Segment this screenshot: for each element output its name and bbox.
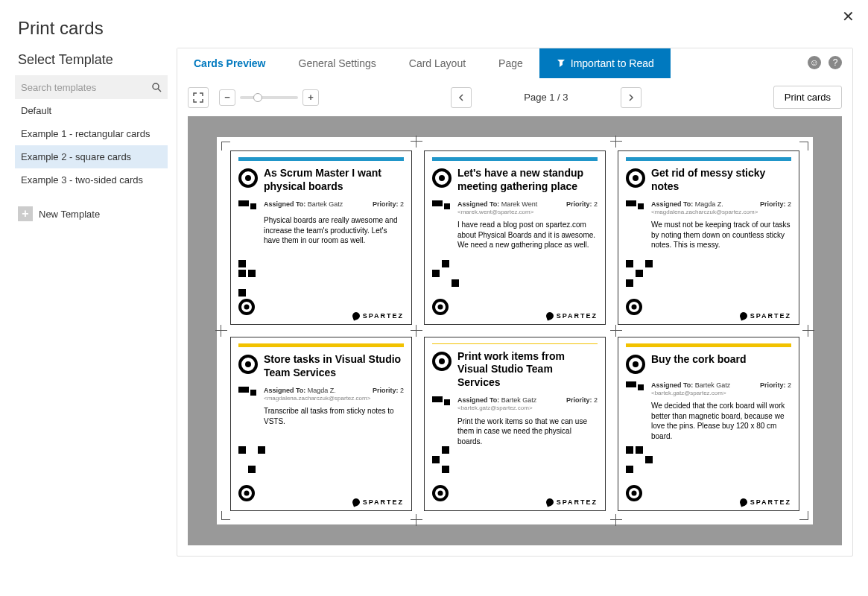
crop-mark bbox=[221, 511, 230, 520]
card-body: Print the work items so that we can use … bbox=[457, 416, 598, 447]
zoom-out-button[interactable]: − bbox=[219, 89, 235, 106]
brand-label: SPARTEZ bbox=[546, 312, 598, 320]
brand-label: SPARTEZ bbox=[352, 312, 404, 320]
person-icon bbox=[432, 396, 452, 407]
close-button[interactable]: ✕ bbox=[842, 7, 855, 25]
qr-code bbox=[626, 446, 791, 501]
person-icon bbox=[432, 200, 452, 211]
help-icon[interactable]: ? bbox=[829, 56, 842, 69]
card-title: Let's have a new standup meeting gatheri… bbox=[457, 167, 598, 193]
target-icon bbox=[432, 352, 452, 371]
card-color-bar bbox=[626, 343, 791, 347]
template-item[interactable]: Example 3 - two-sided cards bbox=[15, 168, 168, 191]
smiley-icon[interactable]: ☺ bbox=[808, 56, 821, 69]
crop-mark bbox=[411, 325, 422, 337]
print-card: Buy the cork boardAssigned To: Bartek Ga… bbox=[618, 337, 799, 511]
crop-mark bbox=[610, 325, 622, 337]
svg-point-0 bbox=[153, 83, 159, 89]
card-body: I have read a blog post on spartez.com a… bbox=[457, 220, 598, 250]
main-panel: Cards PreviewGeneral SettingsCard Layout… bbox=[177, 48, 853, 557]
card-title: Buy the cork board bbox=[651, 353, 791, 367]
toolbar: − + Page 1 / 3 Print cards bbox=[177, 78, 852, 116]
brand-label: SPARTEZ bbox=[740, 312, 791, 320]
tab-page[interactable]: Page bbox=[482, 48, 539, 78]
qr-code bbox=[238, 260, 404, 315]
crop-mark bbox=[411, 514, 422, 526]
brand-icon bbox=[738, 498, 748, 507]
new-template-label: New Template bbox=[39, 209, 100, 220]
card-body: We decided that the cork board will work… bbox=[651, 401, 791, 441]
target-icon bbox=[238, 168, 258, 188]
brand-icon bbox=[738, 311, 748, 321]
qr-code bbox=[432, 260, 598, 315]
person-icon bbox=[238, 200, 258, 211]
crop-mark bbox=[411, 136, 422, 148]
template-item[interactable]: Example 1 - rectangular cards bbox=[15, 122, 168, 145]
search-input[interactable] bbox=[21, 82, 151, 93]
card-title: Get rid of messy sticky notes bbox=[651, 167, 791, 193]
zoom-slider[interactable] bbox=[240, 96, 298, 99]
fullscreen-button[interactable] bbox=[188, 87, 209, 108]
sidebar: Select Template DefaultExample 1 - recta… bbox=[15, 48, 168, 557]
crop-mark bbox=[799, 142, 808, 150]
print-card: Let's have a new standup meeting gatheri… bbox=[424, 150, 606, 325]
print-card: Store tasks in Visual Studio Team Servic… bbox=[230, 337, 412, 511]
brand-label: SPARTEZ bbox=[546, 498, 598, 506]
crop-mark bbox=[799, 511, 808, 520]
person-icon bbox=[626, 381, 645, 392]
card-color-bar bbox=[432, 157, 598, 161]
search-wrap bbox=[15, 75, 168, 99]
target-icon bbox=[626, 168, 645, 188]
qr-code bbox=[626, 260, 791, 315]
tab-card-layout[interactable]: Card Layout bbox=[393, 48, 482, 78]
brand-icon bbox=[545, 498, 554, 507]
brand-icon bbox=[351, 498, 361, 507]
svg-line-1 bbox=[158, 89, 161, 92]
tab-general-settings[interactable]: General Settings bbox=[282, 48, 393, 78]
target-icon bbox=[626, 355, 645, 374]
template-item[interactable]: Default bbox=[15, 99, 168, 122]
tab-cards-preview[interactable]: Cards Preview bbox=[177, 48, 282, 78]
brand-label: SPARTEZ bbox=[740, 498, 791, 506]
qr-code bbox=[432, 446, 598, 501]
crop-mark bbox=[221, 142, 230, 150]
card-color-bar bbox=[432, 343, 598, 344]
crop-mark bbox=[802, 325, 814, 337]
tab-important-to-read[interactable]: Important to Read bbox=[539, 48, 671, 78]
print-button[interactable]: Print cards bbox=[773, 86, 842, 109]
card-body: Physical boards are really awesome and i… bbox=[264, 215, 404, 246]
search-icon bbox=[151, 82, 162, 92]
print-card: Print work items from Visual Studio Team… bbox=[424, 337, 606, 511]
template-item[interactable]: Example 2 - square cards bbox=[15, 145, 168, 168]
card-title: As Scrum Master I want physical boards bbox=[264, 167, 404, 193]
card-body: We must not be keeping track of our task… bbox=[651, 220, 791, 250]
page-indicator: Page 1 / 3 bbox=[524, 92, 568, 103]
card-title: Store tasks in Visual Studio Team Servic… bbox=[264, 353, 404, 379]
qr-code bbox=[238, 446, 404, 501]
crop-mark bbox=[610, 514, 622, 526]
next-page-button[interactable] bbox=[621, 87, 642, 108]
preview-page: As Scrum Master I want physical boardsAs… bbox=[217, 137, 813, 524]
new-template-button[interactable]: + New Template bbox=[15, 200, 168, 227]
modal-title: Print cards bbox=[0, 0, 868, 48]
zoom-in-button[interactable]: + bbox=[302, 89, 319, 106]
target-icon bbox=[432, 168, 452, 188]
card-color-bar bbox=[626, 157, 791, 161]
plus-icon: + bbox=[18, 206, 33, 221]
card-body: Transcribe all tasks from sticky notes t… bbox=[264, 406, 404, 426]
sidebar-title: Select Template bbox=[15, 48, 168, 75]
print-card: As Scrum Master I want physical boardsAs… bbox=[230, 150, 412, 325]
crop-mark bbox=[610, 136, 622, 148]
preview-canvas: As Scrum Master I want physical boardsAs… bbox=[188, 116, 842, 545]
person-icon bbox=[626, 200, 645, 211]
print-card: Get rid of messy sticky notesAssigned To… bbox=[618, 150, 799, 325]
crop-mark bbox=[215, 325, 227, 337]
brand-icon bbox=[351, 311, 361, 321]
person-icon bbox=[238, 387, 258, 397]
prev-page-button[interactable] bbox=[451, 87, 472, 108]
card-color-bar bbox=[238, 343, 404, 347]
card-title: Print work items from Visual Studio Team… bbox=[457, 350, 598, 390]
brand-label: SPARTEZ bbox=[352, 498, 404, 506]
card-color-bar bbox=[238, 157, 404, 161]
tabs: Cards PreviewGeneral SettingsCard Layout… bbox=[177, 48, 852, 78]
